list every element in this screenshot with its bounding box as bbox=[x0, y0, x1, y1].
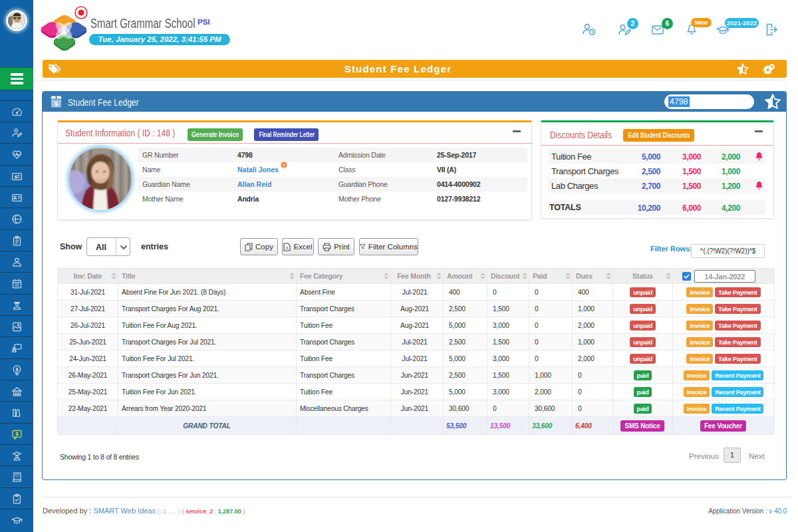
svg-text:$: $ bbox=[15, 366, 18, 371]
svg-text:$: $ bbox=[55, 100, 59, 107]
svg-text:$: $ bbox=[14, 174, 17, 178]
svg-text:x: x bbox=[286, 245, 289, 250]
svg-text:$: $ bbox=[15, 431, 18, 436]
